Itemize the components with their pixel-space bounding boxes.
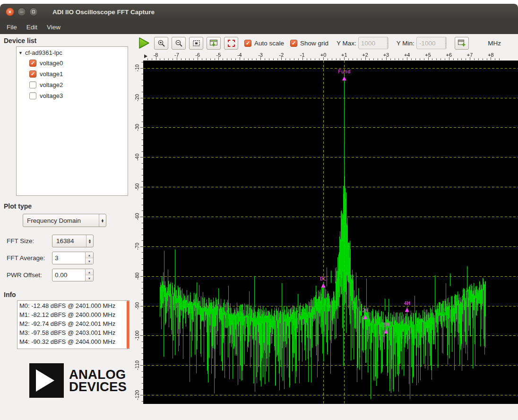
- x-axis-ruler: [143, 52, 518, 61]
- close-button[interactable]: ×: [6, 8, 14, 16]
- zoom-in-icon: [157, 39, 165, 47]
- spin-up-button: ▲: [446, 37, 447, 44]
- save-capture-button[interactable]: [207, 37, 221, 50]
- bottom-filler: [134, 404, 518, 420]
- minimize-icon: ─: [20, 9, 23, 15]
- fft-average-label: FFT Average:: [7, 254, 52, 262]
- y-min-spin: ▲ ▼: [416, 37, 447, 49]
- analog-devices-logo: ANALOG DEVICES: [29, 363, 134, 398]
- spin-up-button[interactable]: ▲: [86, 252, 93, 258]
- menu-edit[interactable]: Edit: [22, 21, 42, 33]
- show-grid-checkbox[interactable]: ✓: [290, 40, 297, 47]
- zoom-out-button[interactable]: [172, 37, 186, 50]
- adi-triangle-logo-icon: [29, 363, 64, 398]
- sidebar: Device list ▼ cf-ad9361-lpc ✓ voltage0 ✓…: [0, 34, 134, 420]
- pwr-offset-input[interactable]: [52, 269, 85, 281]
- minimize-button[interactable]: ─: [17, 8, 26, 16]
- device-name: cf-ad9361-lpc: [25, 49, 62, 56]
- fft-plot-canvas[interactable]: [143, 61, 518, 404]
- pwr-offset-label: PWR Offset:: [7, 271, 52, 279]
- info-label: Info: [0, 288, 134, 299]
- new-plot-button[interactable]: [455, 37, 469, 50]
- y-min-label: Y Min:: [397, 40, 414, 47]
- logo-text-analog: ANALOG: [69, 368, 127, 381]
- marker-info-line: M3: -97.58 dBFS @ 2403.001 MHz: [19, 328, 126, 337]
- play-icon: [138, 37, 150, 49]
- marker-info-line: M0: -12.48 dBFS @ 2401.000 MHz: [19, 301, 126, 310]
- menu-file[interactable]: File: [2, 21, 22, 33]
- auto-scale-label: Auto scale: [254, 40, 284, 47]
- auto-scale-checkbox-group[interactable]: ✓ Auto scale: [244, 40, 284, 47]
- marker-info-box[interactable]: M0: -12.48 dBFS @ 2401.000 MHz M1: -82.1…: [17, 300, 130, 349]
- y-max-label: Y Max:: [337, 40, 356, 47]
- device-node[interactable]: ▼ cf-ad9361-lpc: [17, 48, 128, 58]
- channel-row-voltage2[interactable]: ✓ voltage2: [17, 79, 128, 90]
- window-title: ADI IIO Oscilloscope FFT Capture: [52, 9, 155, 16]
- show-grid-checkbox-group[interactable]: ✓ Show grid: [290, 40, 328, 47]
- fft-size-label: FFT Size:: [7, 237, 52, 245]
- spin-up-button: ▲: [388, 37, 388, 44]
- plot-type-label: Plot type: [0, 200, 134, 211]
- logo-text-devices: DEVICES: [69, 381, 127, 393]
- plot-type-combo[interactable]: Frequency Domain ▴▾: [23, 214, 106, 227]
- combo-arrows-icon: ▴▾: [99, 214, 106, 227]
- spin-up-button[interactable]: ▲: [86, 269, 93, 275]
- new-plot-icon: [458, 39, 466, 47]
- menu-view[interactable]: View: [42, 21, 65, 33]
- voltage0-checkbox[interactable]: ✓: [29, 60, 36, 67]
- channel-label: voltage3: [40, 92, 63, 99]
- channel-row-voltage1[interactable]: ✓ voltage1: [17, 69, 128, 79]
- marker-info-line: M2: -92.74 dBFS @ 2402.001 MHz: [19, 319, 126, 328]
- ruler-corner: [134, 52, 143, 61]
- fullscreen-icon: [227, 39, 235, 47]
- voltage3-checkbox[interactable]: ✓: [29, 92, 36, 99]
- close-icon: ×: [9, 9, 11, 15]
- fullscreen-button[interactable]: [224, 37, 238, 50]
- check-icon: ✓: [292, 41, 296, 46]
- save-capture-icon: [209, 39, 218, 47]
- voltage2-checkbox[interactable]: ✓: [29, 81, 36, 88]
- plot-toolbar: ✓ Auto scale ✓ Show grid Y Max: ▲ ▼: [134, 34, 518, 52]
- maximize-icon: [32, 10, 35, 13]
- marker-info-line: M1: -82.12 dBFS @ 2400.000 MHz: [19, 310, 126, 319]
- pwr-offset-spin: ▲ ▼: [52, 269, 94, 281]
- titlebar: × ─ ADI IIO Oscilloscope FFT Capture: [0, 4, 518, 20]
- channel-label: voltage0: [40, 60, 63, 67]
- maximize-button[interactable]: [29, 8, 38, 16]
- fft-size-combo[interactable]: 16384 ▴▾: [52, 235, 94, 247]
- plot-type-value: Frequency Domain: [27, 217, 81, 224]
- fft-average-input[interactable]: [52, 252, 85, 264]
- app-window: × ─ ADI IIO Oscilloscope FFT Capture Fil…: [0, 4, 518, 420]
- y-max-input: [359, 37, 387, 49]
- voltage1-checkbox[interactable]: ✓: [29, 70, 36, 78]
- info-scrollbar[interactable]: [127, 301, 129, 349]
- channel-label: voltage1: [40, 70, 63, 78]
- spin-down-button[interactable]: ▼: [86, 258, 93, 264]
- zoom-out-icon: [175, 39, 183, 47]
- y-min-input: [417, 37, 445, 49]
- auto-scale-checkbox[interactable]: ✓: [244, 40, 251, 47]
- zoom-fit-icon: [192, 39, 200, 47]
- combo-arrows-icon: ▴▾: [86, 235, 93, 247]
- zoom-in-button[interactable]: [154, 37, 168, 50]
- y-max-spin: ▲ ▼: [358, 37, 388, 49]
- show-grid-label: Show grid: [300, 40, 328, 47]
- spin-down-button: ▼: [388, 44, 388, 49]
- check-icon: ✓: [31, 71, 35, 77]
- check-icon: ✓: [31, 61, 35, 66]
- channel-row-voltage3[interactable]: ✓ voltage3: [17, 90, 128, 101]
- menubar: File Edit View: [0, 20, 518, 34]
- capture-play-button[interactable]: [137, 36, 151, 50]
- expander-icon: ▼: [18, 51, 23, 55]
- device-list-label: Device list: [0, 34, 134, 45]
- x-axis-unit-label: MHz: [488, 40, 501, 47]
- fft-average-spin: ▲ ▼: [52, 252, 94, 264]
- channel-row-voltage0[interactable]: ✓ voltage0: [17, 58, 128, 69]
- zoom-fit-button[interactable]: [189, 37, 203, 50]
- y-axis-ruler: [134, 61, 143, 404]
- check-icon: ✓: [246, 41, 250, 46]
- marker-info-line: M4: -90.32 dBFS @ 2404.000 MHz: [19, 337, 126, 346]
- spin-down-button[interactable]: ▼: [86, 275, 93, 281]
- device-tree[interactable]: ▼ cf-ad9361-lpc ✓ voltage0 ✓ voltage1 ✓ …: [16, 46, 128, 196]
- spin-down-button: ▼: [446, 44, 447, 49]
